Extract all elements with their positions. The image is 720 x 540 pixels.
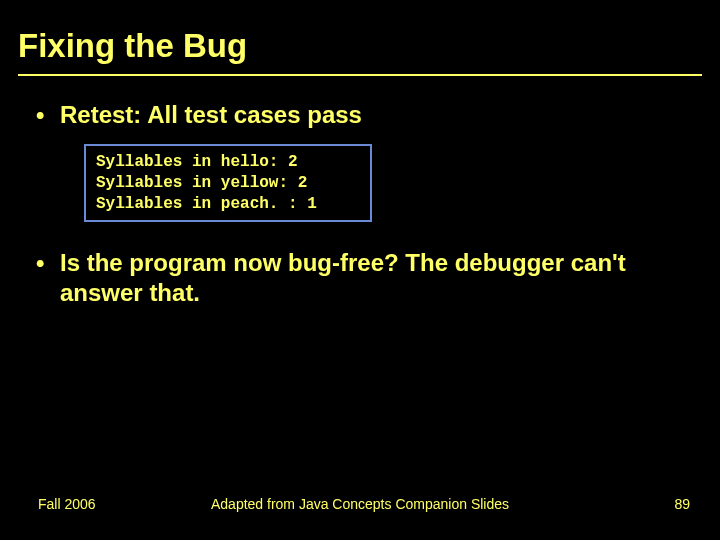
code-output-box: Syllables in hello: 2 Syllables in yello… bbox=[84, 144, 372, 222]
footer-center: Adapted from Java Concepts Companion Sli… bbox=[0, 496, 720, 512]
bullet-list: Retest: All test cases pass Syllables in… bbox=[36, 100, 686, 308]
title-underline bbox=[18, 74, 702, 76]
code-output: Syllables in hello: 2 Syllables in yello… bbox=[96, 152, 360, 214]
code-line: Syllables in peach. : 1 bbox=[96, 195, 317, 213]
bullet-item: Is the program now bug-free? The debugge… bbox=[36, 248, 686, 308]
footer-page-number: 89 bbox=[674, 496, 690, 512]
code-line: Syllables in hello: 2 bbox=[96, 153, 298, 171]
slide-body: Retest: All test cases pass Syllables in… bbox=[36, 100, 686, 326]
bullet-item: Retest: All test cases pass Syllables in… bbox=[36, 100, 686, 222]
bullet-text: Retest: All test cases pass bbox=[60, 101, 362, 128]
slide: Fixing the Bug Retest: All test cases pa… bbox=[0, 0, 720, 540]
code-line: Syllables in yellow: 2 bbox=[96, 174, 307, 192]
slide-title: Fixing the Bug bbox=[18, 28, 247, 64]
bullet-text: Is the program now bug-free? The debugge… bbox=[60, 249, 626, 306]
